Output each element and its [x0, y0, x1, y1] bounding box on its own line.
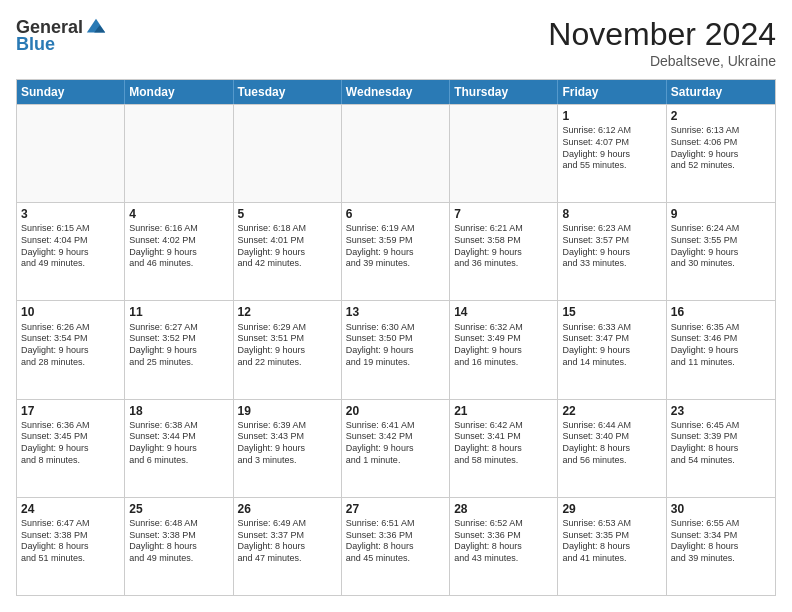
day-number: 16 — [671, 304, 771, 320]
cell-info: Sunrise: 6:48 AM Sunset: 3:38 PM Dayligh… — [129, 518, 228, 565]
cell-info: Sunrise: 6:16 AM Sunset: 4:02 PM Dayligh… — [129, 223, 228, 270]
logo-blue: Blue — [16, 34, 55, 55]
cell-info: Sunrise: 6:32 AM Sunset: 3:49 PM Dayligh… — [454, 322, 553, 369]
cal-cell-r2-c4: 14Sunrise: 6:32 AM Sunset: 3:49 PM Dayli… — [450, 301, 558, 398]
cal-cell-r0-c1 — [125, 105, 233, 202]
location: Debaltseve, Ukraine — [548, 53, 776, 69]
cal-row-4: 24Sunrise: 6:47 AM Sunset: 3:38 PM Dayli… — [17, 497, 775, 595]
cal-cell-r0-c6: 2Sunrise: 6:13 AM Sunset: 4:06 PM Daylig… — [667, 105, 775, 202]
cal-cell-r1-c1: 4Sunrise: 6:16 AM Sunset: 4:02 PM Daylig… — [125, 203, 233, 300]
cal-cell-r0-c3 — [342, 105, 450, 202]
day-number: 11 — [129, 304, 228, 320]
header-thursday: Thursday — [450, 80, 558, 104]
cell-info: Sunrise: 6:12 AM Sunset: 4:07 PM Dayligh… — [562, 125, 661, 172]
cal-cell-r1-c3: 6Sunrise: 6:19 AM Sunset: 3:59 PM Daylig… — [342, 203, 450, 300]
calendar: Sunday Monday Tuesday Wednesday Thursday… — [16, 79, 776, 596]
day-number: 30 — [671, 501, 771, 517]
cal-cell-r1-c4: 7Sunrise: 6:21 AM Sunset: 3:58 PM Daylig… — [450, 203, 558, 300]
cell-info: Sunrise: 6:29 AM Sunset: 3:51 PM Dayligh… — [238, 322, 337, 369]
logo-icon — [85, 16, 107, 38]
cal-cell-r1-c0: 3Sunrise: 6:15 AM Sunset: 4:04 PM Daylig… — [17, 203, 125, 300]
day-number: 20 — [346, 403, 445, 419]
cal-cell-r0-c0 — [17, 105, 125, 202]
header-wednesday: Wednesday — [342, 80, 450, 104]
day-number: 9 — [671, 206, 771, 222]
cell-info: Sunrise: 6:49 AM Sunset: 3:37 PM Dayligh… — [238, 518, 337, 565]
day-number: 29 — [562, 501, 661, 517]
cal-cell-r3-c4: 21Sunrise: 6:42 AM Sunset: 3:41 PM Dayli… — [450, 400, 558, 497]
cal-cell-r0-c2 — [234, 105, 342, 202]
cal-cell-r2-c2: 12Sunrise: 6:29 AM Sunset: 3:51 PM Dayli… — [234, 301, 342, 398]
cal-cell-r2-c3: 13Sunrise: 6:30 AM Sunset: 3:50 PM Dayli… — [342, 301, 450, 398]
day-number: 18 — [129, 403, 228, 419]
cell-info: Sunrise: 6:26 AM Sunset: 3:54 PM Dayligh… — [21, 322, 120, 369]
day-number: 4 — [129, 206, 228, 222]
cell-info: Sunrise: 6:19 AM Sunset: 3:59 PM Dayligh… — [346, 223, 445, 270]
day-number: 17 — [21, 403, 120, 419]
day-number: 7 — [454, 206, 553, 222]
cell-info: Sunrise: 6:42 AM Sunset: 3:41 PM Dayligh… — [454, 420, 553, 467]
cell-info: Sunrise: 6:13 AM Sunset: 4:06 PM Dayligh… — [671, 125, 771, 172]
cell-info: Sunrise: 6:53 AM Sunset: 3:35 PM Dayligh… — [562, 518, 661, 565]
cal-cell-r3-c6: 23Sunrise: 6:45 AM Sunset: 3:39 PM Dayli… — [667, 400, 775, 497]
cell-info: Sunrise: 6:27 AM Sunset: 3:52 PM Dayligh… — [129, 322, 228, 369]
cal-cell-r1-c2: 5Sunrise: 6:18 AM Sunset: 4:01 PM Daylig… — [234, 203, 342, 300]
day-number: 21 — [454, 403, 553, 419]
day-number: 23 — [671, 403, 771, 419]
calendar-body: 1Sunrise: 6:12 AM Sunset: 4:07 PM Daylig… — [17, 104, 775, 595]
cal-cell-r3-c2: 19Sunrise: 6:39 AM Sunset: 3:43 PM Dayli… — [234, 400, 342, 497]
cal-cell-r4-c5: 29Sunrise: 6:53 AM Sunset: 3:35 PM Dayli… — [558, 498, 666, 595]
cell-info: Sunrise: 6:51 AM Sunset: 3:36 PM Dayligh… — [346, 518, 445, 565]
cal-row-2: 10Sunrise: 6:26 AM Sunset: 3:54 PM Dayli… — [17, 300, 775, 398]
header-tuesday: Tuesday — [234, 80, 342, 104]
logo: General Blue — [16, 16, 107, 55]
day-number: 28 — [454, 501, 553, 517]
cell-info: Sunrise: 6:35 AM Sunset: 3:46 PM Dayligh… — [671, 322, 771, 369]
cal-cell-r4-c3: 27Sunrise: 6:51 AM Sunset: 3:36 PM Dayli… — [342, 498, 450, 595]
cell-info: Sunrise: 6:33 AM Sunset: 3:47 PM Dayligh… — [562, 322, 661, 369]
cal-cell-r4-c6: 30Sunrise: 6:55 AM Sunset: 3:34 PM Dayli… — [667, 498, 775, 595]
day-number: 12 — [238, 304, 337, 320]
cal-cell-r2-c0: 10Sunrise: 6:26 AM Sunset: 3:54 PM Dayli… — [17, 301, 125, 398]
day-number: 8 — [562, 206, 661, 222]
page: General Blue November 2024 Debaltseve, U… — [0, 0, 792, 612]
cell-info: Sunrise: 6:41 AM Sunset: 3:42 PM Dayligh… — [346, 420, 445, 467]
cell-info: Sunrise: 6:47 AM Sunset: 3:38 PM Dayligh… — [21, 518, 120, 565]
cal-cell-r2-c6: 16Sunrise: 6:35 AM Sunset: 3:46 PM Dayli… — [667, 301, 775, 398]
cell-info: Sunrise: 6:18 AM Sunset: 4:01 PM Dayligh… — [238, 223, 337, 270]
cell-info: Sunrise: 6:30 AM Sunset: 3:50 PM Dayligh… — [346, 322, 445, 369]
day-number: 5 — [238, 206, 337, 222]
cal-cell-r0-c4 — [450, 105, 558, 202]
day-number: 3 — [21, 206, 120, 222]
cal-cell-r2-c5: 15Sunrise: 6:33 AM Sunset: 3:47 PM Dayli… — [558, 301, 666, 398]
cal-cell-r3-c0: 17Sunrise: 6:36 AM Sunset: 3:45 PM Dayli… — [17, 400, 125, 497]
cell-info: Sunrise: 6:39 AM Sunset: 3:43 PM Dayligh… — [238, 420, 337, 467]
cal-cell-r4-c0: 24Sunrise: 6:47 AM Sunset: 3:38 PM Dayli… — [17, 498, 125, 595]
day-number: 24 — [21, 501, 120, 517]
cell-info: Sunrise: 6:24 AM Sunset: 3:55 PM Dayligh… — [671, 223, 771, 270]
cell-info: Sunrise: 6:55 AM Sunset: 3:34 PM Dayligh… — [671, 518, 771, 565]
cal-cell-r1-c5: 8Sunrise: 6:23 AM Sunset: 3:57 PM Daylig… — [558, 203, 666, 300]
cal-row-1: 3Sunrise: 6:15 AM Sunset: 4:04 PM Daylig… — [17, 202, 775, 300]
cal-cell-r2-c1: 11Sunrise: 6:27 AM Sunset: 3:52 PM Dayli… — [125, 301, 233, 398]
day-number: 6 — [346, 206, 445, 222]
day-number: 26 — [238, 501, 337, 517]
day-number: 14 — [454, 304, 553, 320]
day-number: 2 — [671, 108, 771, 124]
cal-row-0: 1Sunrise: 6:12 AM Sunset: 4:07 PM Daylig… — [17, 104, 775, 202]
day-number: 1 — [562, 108, 661, 124]
day-number: 10 — [21, 304, 120, 320]
cell-info: Sunrise: 6:38 AM Sunset: 3:44 PM Dayligh… — [129, 420, 228, 467]
header: General Blue November 2024 Debaltseve, U… — [16, 16, 776, 69]
header-friday: Friday — [558, 80, 666, 104]
cal-cell-r1-c6: 9Sunrise: 6:24 AM Sunset: 3:55 PM Daylig… — [667, 203, 775, 300]
cell-info: Sunrise: 6:45 AM Sunset: 3:39 PM Dayligh… — [671, 420, 771, 467]
title-block: November 2024 Debaltseve, Ukraine — [548, 16, 776, 69]
cell-info: Sunrise: 6:36 AM Sunset: 3:45 PM Dayligh… — [21, 420, 120, 467]
day-number: 13 — [346, 304, 445, 320]
cal-cell-r4-c2: 26Sunrise: 6:49 AM Sunset: 3:37 PM Dayli… — [234, 498, 342, 595]
cal-cell-r3-c1: 18Sunrise: 6:38 AM Sunset: 3:44 PM Dayli… — [125, 400, 233, 497]
header-monday: Monday — [125, 80, 233, 104]
day-number: 19 — [238, 403, 337, 419]
cal-row-3: 17Sunrise: 6:36 AM Sunset: 3:45 PM Dayli… — [17, 399, 775, 497]
